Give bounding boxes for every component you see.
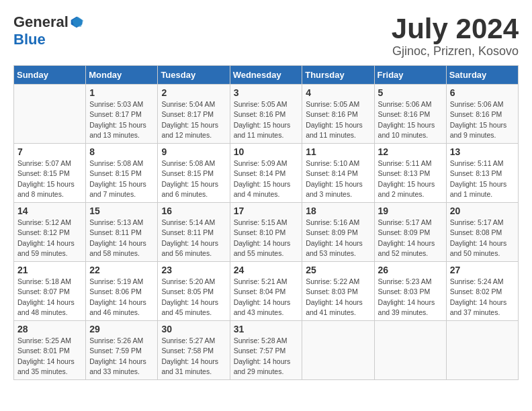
logo-icon <box>70 15 83 29</box>
calendar-cell: 25Sunrise: 5:22 AM Sunset: 8:03 PM Dayli… <box>302 262 374 321</box>
day-number: 28 <box>17 324 82 334</box>
day-info: Sunrise: 5:19 AM Sunset: 8:06 PM Dayligh… <box>89 277 154 318</box>
day-number: 2 <box>161 87 226 98</box>
day-info: Sunrise: 5:09 AM Sunset: 8:14 PM Dayligh… <box>234 158 299 199</box>
day-info: Sunrise: 5:07 AM Sunset: 8:15 PM Dayligh… <box>17 158 82 199</box>
day-number: 6 <box>450 87 515 98</box>
calendar-cell <box>302 321 374 380</box>
day-info: Sunrise: 5:18 AM Sunset: 8:07 PM Dayligh… <box>17 277 82 318</box>
day-info: Sunrise: 5:12 AM Sunset: 8:12 PM Dayligh… <box>17 218 82 259</box>
day-info: Sunrise: 5:10 AM Sunset: 8:14 PM Dayligh… <box>306 158 370 199</box>
calendar-cell: 1Sunrise: 5:03 AM Sunset: 8:17 PM Daylig… <box>86 85 158 144</box>
day-number: 23 <box>161 265 226 275</box>
title-section: July 2024 Gjinoc, Prizren, Kosovo <box>392 13 519 58</box>
calendar-cell: 4Sunrise: 5:05 AM Sunset: 8:16 PM Daylig… <box>302 85 374 144</box>
day-info: Sunrise: 5:28 AM Sunset: 7:57 PM Dayligh… <box>234 336 299 377</box>
calendar-cell: 28Sunrise: 5:25 AM Sunset: 8:01 PM Dayli… <box>14 321 86 380</box>
day-info: Sunrise: 5:04 AM Sunset: 8:17 PM Dayligh… <box>161 99 226 140</box>
day-info: Sunrise: 5:26 AM Sunset: 7:59 PM Dayligh… <box>89 336 154 377</box>
day-number: 5 <box>378 87 443 98</box>
calendar-cell: 9Sunrise: 5:08 AM Sunset: 8:15 PM Daylig… <box>158 144 230 203</box>
calendar-table: SundayMondayTuesdayWednesdayThursdayFrid… <box>13 65 519 380</box>
day-number: 31 <box>234 324 299 334</box>
calendar-cell: 7Sunrise: 5:07 AM Sunset: 8:15 PM Daylig… <box>14 144 86 203</box>
day-number: 10 <box>234 146 299 157</box>
calendar-cell: 30Sunrise: 5:27 AM Sunset: 7:58 PM Dayli… <box>158 321 230 380</box>
calendar-cell: 23Sunrise: 5:20 AM Sunset: 8:05 PM Dayli… <box>158 262 230 321</box>
day-info: Sunrise: 5:23 AM Sunset: 8:03 PM Dayligh… <box>378 277 443 318</box>
day-number: 14 <box>17 205 82 216</box>
day-info: Sunrise: 5:20 AM Sunset: 8:05 PM Dayligh… <box>161 277 226 318</box>
calendar-header-thursday: Thursday <box>302 66 374 85</box>
day-info: Sunrise: 5:21 AM Sunset: 8:04 PM Dayligh… <box>234 277 299 318</box>
day-info: Sunrise: 5:27 AM Sunset: 7:58 PM Dayligh… <box>161 336 226 377</box>
day-number: 17 <box>234 205 299 216</box>
calendar-cell: 6Sunrise: 5:06 AM Sunset: 8:16 PM Daylig… <box>446 85 518 144</box>
day-number: 15 <box>89 205 154 216</box>
calendar-cell: 3Sunrise: 5:05 AM Sunset: 8:16 PM Daylig… <box>230 85 302 144</box>
day-info: Sunrise: 5:11 AM Sunset: 8:13 PM Dayligh… <box>450 158 515 199</box>
day-number: 11 <box>306 146 370 157</box>
calendar-header-row: SundayMondayTuesdayWednesdayThursdayFrid… <box>14 66 519 85</box>
calendar-cell: 20Sunrise: 5:17 AM Sunset: 8:08 PM Dayli… <box>446 203 518 262</box>
calendar-header-sunday: Sunday <box>14 66 86 85</box>
day-info: Sunrise: 5:25 AM Sunset: 8:01 PM Dayligh… <box>17 336 82 377</box>
calendar-cell: 2Sunrise: 5:04 AM Sunset: 8:17 PM Daylig… <box>158 85 230 144</box>
calendar-header-saturday: Saturday <box>446 66 518 85</box>
calendar-header-tuesday: Tuesday <box>158 66 230 85</box>
logo: General Blue <box>13 13 83 48</box>
day-number: 3 <box>234 87 299 98</box>
location: Gjinoc, Prizren, Kosovo <box>392 44 519 58</box>
day-info: Sunrise: 5:14 AM Sunset: 8:11 PM Dayligh… <box>161 218 226 259</box>
day-info: Sunrise: 5:08 AM Sunset: 8:15 PM Dayligh… <box>89 158 154 199</box>
day-number: 16 <box>161 205 226 216</box>
logo-general-text: General <box>13 13 69 31</box>
calendar-cell <box>374 321 446 380</box>
month-title: July 2024 <box>392 13 519 44</box>
calendar-header-wednesday: Wednesday <box>230 66 302 85</box>
calendar-cell <box>446 321 518 380</box>
calendar-cell: 14Sunrise: 5:12 AM Sunset: 8:12 PM Dayli… <box>14 203 86 262</box>
day-number: 30 <box>161 324 226 334</box>
day-info: Sunrise: 5:06 AM Sunset: 8:16 PM Dayligh… <box>450 99 515 140</box>
day-info: Sunrise: 5:03 AM Sunset: 8:17 PM Dayligh… <box>89 99 154 140</box>
calendar-week-row: 28Sunrise: 5:25 AM Sunset: 8:01 PM Dayli… <box>14 321 519 380</box>
day-info: Sunrise: 5:15 AM Sunset: 8:10 PM Dayligh… <box>234 218 299 259</box>
day-info: Sunrise: 5:11 AM Sunset: 8:13 PM Dayligh… <box>378 158 443 199</box>
day-info: Sunrise: 5:05 AM Sunset: 8:16 PM Dayligh… <box>234 99 299 140</box>
calendar-cell: 5Sunrise: 5:06 AM Sunset: 8:16 PM Daylig… <box>374 85 446 144</box>
calendar-cell: 21Sunrise: 5:18 AM Sunset: 8:07 PM Dayli… <box>14 262 86 321</box>
calendar-cell: 8Sunrise: 5:08 AM Sunset: 8:15 PM Daylig… <box>86 144 158 203</box>
day-info: Sunrise: 5:06 AM Sunset: 8:16 PM Dayligh… <box>378 99 443 140</box>
calendar-cell: 15Sunrise: 5:13 AM Sunset: 8:11 PM Dayli… <box>86 203 158 262</box>
calendar-cell: 17Sunrise: 5:15 AM Sunset: 8:10 PM Dayli… <box>230 203 302 262</box>
calendar-cell: 11Sunrise: 5:10 AM Sunset: 8:14 PM Dayli… <box>302 144 374 203</box>
calendar-cell: 26Sunrise: 5:23 AM Sunset: 8:03 PM Dayli… <box>374 262 446 321</box>
calendar-header-monday: Monday <box>86 66 158 85</box>
day-number: 25 <box>306 265 370 275</box>
calendar-cell: 16Sunrise: 5:14 AM Sunset: 8:11 PM Dayli… <box>158 203 230 262</box>
calendar-week-row: 21Sunrise: 5:18 AM Sunset: 8:07 PM Dayli… <box>14 262 519 321</box>
day-number: 18 <box>306 205 370 216</box>
day-info: Sunrise: 5:22 AM Sunset: 8:03 PM Dayligh… <box>306 277 370 318</box>
calendar-cell: 24Sunrise: 5:21 AM Sunset: 8:04 PM Dayli… <box>230 262 302 321</box>
day-number: 1 <box>89 87 154 98</box>
calendar-cell <box>14 85 86 144</box>
calendar-cell: 22Sunrise: 5:19 AM Sunset: 8:06 PM Dayli… <box>86 262 158 321</box>
calendar-cell: 27Sunrise: 5:24 AM Sunset: 8:02 PM Dayli… <box>446 262 518 321</box>
calendar-week-row: 14Sunrise: 5:12 AM Sunset: 8:12 PM Dayli… <box>14 203 519 262</box>
day-number: 19 <box>378 205 443 216</box>
calendar-cell: 31Sunrise: 5:28 AM Sunset: 7:57 PM Dayli… <box>230 321 302 380</box>
day-number: 29 <box>89 324 154 334</box>
day-info: Sunrise: 5:16 AM Sunset: 8:09 PM Dayligh… <box>306 218 370 259</box>
day-number: 4 <box>306 87 370 98</box>
page-header: General Blue July 2024 Gjinoc, Prizren, … <box>13 13 519 58</box>
day-number: 7 <box>17 146 82 157</box>
logo-blue-text: Blue <box>13 31 46 48</box>
day-number: 12 <box>378 146 443 157</box>
day-info: Sunrise: 5:17 AM Sunset: 8:08 PM Dayligh… <box>450 218 515 259</box>
day-number: 27 <box>450 265 515 275</box>
calendar-cell: 13Sunrise: 5:11 AM Sunset: 8:13 PM Dayli… <box>446 144 518 203</box>
calendar-header-friday: Friday <box>374 66 446 85</box>
calendar-week-row: 7Sunrise: 5:07 AM Sunset: 8:15 PM Daylig… <box>14 144 519 203</box>
